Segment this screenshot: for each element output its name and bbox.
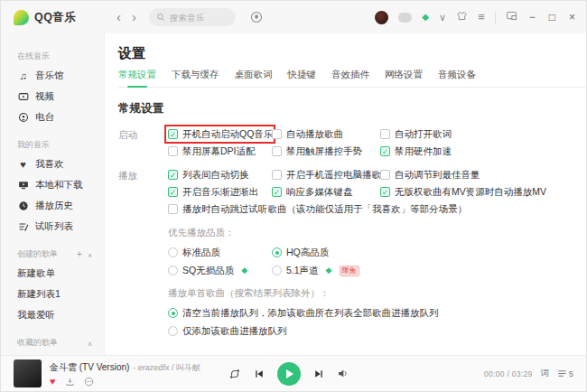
download-button[interactable] [65,377,75,387]
collapse-collected-button[interactable]: ∧ [85,338,95,348]
minimize-button[interactable]: − [527,11,537,23]
radio-standard-quality[interactable]: 标准品质 [168,247,272,258]
vip-diamond-button[interactable]: ◆ [422,11,429,23]
checkbox-label: 禁用触屏播控手势 [286,145,362,157]
checkbox-disable-dpi[interactable]: 禁用屏幕DPI适配 [168,145,272,157]
checkbox-unchecked-icon [380,170,390,180]
more-icon [84,377,94,387]
nav-back-button[interactable]: ‹ [116,9,121,25]
sidebar-item-new-list-1[interactable]: 新建列表1 [17,284,95,304]
sidebar-item-video[interactable]: 视频 [17,86,95,107]
main-menu-button[interactable]: ≡ [478,11,485,23]
checkbox-auto-best-volume[interactable]: 自动调节到最佳音量 [380,169,546,181]
titlebar-separator [495,12,496,23]
tab-general[interactable]: 常规设置 [118,69,156,81]
user-avatar[interactable] [375,11,388,24]
green-diamond-icon: ◆ [241,265,247,276]
sidebar-item-play-history[interactable]: 播放历史 [17,195,95,216]
playback-group-label: 播放 [118,169,168,215]
radio-surround-51[interactable]: 5.1声道 ◆ 限免 [272,265,586,276]
sidebar-section-my-music: 我的音乐 [17,139,95,151]
sidebar-section-collected: 收藏的歌单 ∧ [17,337,95,349]
radio-hq-quality[interactable]: HQ高品质 [272,247,586,258]
checkbox-phone-remote[interactable]: 开启手机遥控电脑播歌 [272,169,380,181]
more-button[interactable] [84,377,94,387]
checkbox-unchecked-icon [168,146,178,156]
limited-free-badge: 限免 [340,266,359,276]
tab-download-cache[interactable]: 下载与缓存 [172,69,219,81]
checkbox-disable-touch-gesture[interactable]: 禁用触屏播控手势 [272,145,380,157]
radio-label: HQ高品质 [286,247,329,258]
checkbox-checked-icon: ✓ [380,146,390,156]
member-badge[interactable] [398,13,412,23]
tab-audio-devices[interactable]: 音频设备 [438,69,476,81]
music-note-icon: ♫ [17,70,29,81]
queue-count: 5 [569,369,573,378]
search-input[interactable] [170,13,233,23]
collapse-created-button[interactable]: ∧ [85,249,95,259]
album-art[interactable] [14,359,42,387]
next-icon [313,369,324,379]
checkbox-unchecked-icon [272,170,282,180]
sidebar-item-new-playlist[interactable]: 新建歌单 [17,263,95,284]
nav-forward-button[interactable]: › [132,9,136,25]
next-button[interactable] [313,369,324,379]
search-box[interactable] [149,8,236,26]
checkbox-label: 自动播放歌曲 [286,128,343,140]
play-queue-button[interactable]: 5 [557,369,573,378]
radio-append-only[interactable]: 仅添加该歌曲进播放队列 [168,325,586,337]
sidebar-item-my-best-loved[interactable]: 我最爱听 [17,304,95,325]
lyrics-button[interactable]: 词 [540,368,549,379]
play-mode-button[interactable] [228,368,241,380]
video-icon [17,91,29,102]
app-logo[interactable]: QQ音乐 [14,10,104,25]
checkbox-disable-hw-accel[interactable]: ✓ 禁用硬件加速 [380,145,452,157]
volume-button[interactable] [337,368,349,379]
sidebar-item-local-downloads[interactable]: 本地和下载 [17,174,95,195]
music-recognition-button[interactable] [250,11,263,23]
radio-replace-queue[interactable]: 清空当前播放队列，添加该歌曲所在列表全部歌曲进播放队列 [168,307,586,319]
sidebar-item-favorites[interactable]: ♥ 我喜欢 [17,154,95,174]
back-icon: ‹ [116,9,121,24]
checkbox-auto-switch-list[interactable]: ✓ 列表间自动切换 [168,169,272,181]
maximize-button[interactable]: □ [547,11,557,23]
tab-network[interactable]: 网络设置 [385,69,423,81]
song-title[interactable]: 金斗雲 (TV Version) [50,361,129,374]
tab-hotkeys[interactable]: 快捷键 [288,69,317,81]
add-playlist-button[interactable]: + [74,249,85,259]
mini-player-icon [506,10,517,22]
checkbox-auto-open-lyrics[interactable]: 自动打开歌词 [380,128,452,140]
radio-label: 5.1声道 [286,265,319,276]
skin-button[interactable] [456,10,468,24]
checkbox-unchecked-icon [272,129,282,139]
checkbox-media-keys[interactable]: ✓ 响应多媒体键盘 [272,186,380,198]
plus-icon: + [77,249,82,259]
song-artist[interactable]: - erazedfx / 叫斗献 [133,362,200,374]
checkbox-skip-trial[interactable]: 播放时自动跳过试听歌曲（该功能仅适用于「我喜欢」等部分场景） [168,203,546,215]
play-button[interactable] [277,362,301,386]
checkbox-unchecked-icon [168,204,178,214]
mini-mode-button[interactable] [506,10,517,24]
tab-desktop-lyrics[interactable]: 桌面歌词 [235,69,273,81]
like-button[interactable]: ♥ [50,377,56,387]
radio-unselected-icon [168,266,178,275]
account-dropdown-button[interactable]: ∨ [439,11,446,23]
sidebar-section-online: 在线音乐 [17,51,95,62]
sidebar-item-audition-list[interactable]: 试听列表 [17,216,95,237]
settings-page: 设置 常规设置 下载与缓存 桌面歌词 快捷键 音效插件 网络设置 音频设备 常规… [105,33,586,355]
sidebar-item-radio[interactable]: 电台 [17,107,95,127]
checkbox-auto-play-song[interactable]: 自动播放歌曲 [272,128,380,140]
checkbox-checked-icon: ✓ [272,187,282,197]
checkbox-auto-launch[interactable]: ✓ 开机自动启动QQ音乐 [168,128,272,140]
download-icon [65,377,75,387]
close-button[interactable]: × [567,11,577,23]
previous-button[interactable] [254,369,265,379]
checkbox-fade-in-out[interactable]: ✓ 开启音乐渐进渐出 [168,186,272,198]
volume-icon [337,368,349,379]
section-title-my-music: 我的音乐 [17,139,50,151]
radio-icon [17,112,29,123]
tab-sound-plugins[interactable]: 音效插件 [331,69,369,81]
sidebar-item-music-hall[interactable]: ♫ 音乐馆 [17,65,95,86]
radio-sq-lossless[interactable]: SQ无损品质 ◆ [168,265,272,276]
checkbox-auto-play-mv[interactable]: ✓ 无版权歌曲有MV资源时自动播放MV [380,186,546,198]
